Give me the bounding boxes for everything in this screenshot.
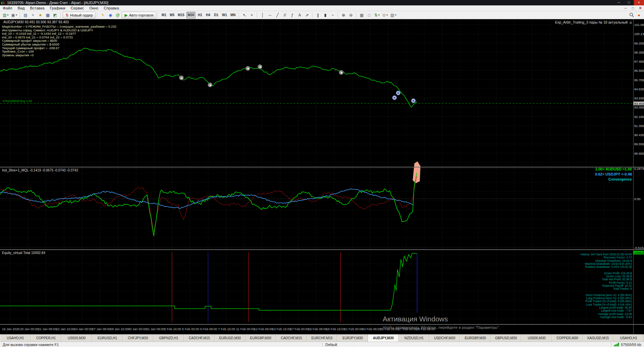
new-chart-button[interactable]: ▥▾ — [2, 12, 9, 19]
arrow-objects-button[interactable]: ⇗ — [304, 12, 311, 19]
chart-close-button[interactable]: × — [637, 6, 644, 10]
chart-tab-eurusd-m30[interactable]: EURUSD,M30 — [215, 335, 245, 342]
menu-сервис[interactable]: Сервис — [68, 6, 87, 10]
equidistant-channel-button[interactable]: // — [282, 12, 288, 19]
chart-profiles-icon: ▣ — [11, 13, 15, 17]
menu-вставка[interactable]: Вставка — [27, 6, 47, 10]
time-axis[interactable]: 16 Jan 202520 Jan 00:0021 Jan 08:0022 Ja… — [0, 325, 633, 334]
status-profile[interactable]: Default — [322, 343, 359, 347]
metaeditor-button[interactable]: ✎ — [99, 12, 106, 19]
arrange-icons-button[interactable]: □ — [366, 12, 373, 19]
autotrading-button[interactable]: ▶Авто-торговля — [122, 12, 156, 19]
chart-minimize-button[interactable]: ─ — [622, 6, 629, 10]
chart-tab-usaho-h1[interactable]: USAHO,H1 — [0, 335, 31, 342]
chart-tab-xagusd-m15[interactable]: XAGUSD,M15 — [583, 335, 613, 342]
menu-файл[interactable]: Файл — [0, 6, 15, 10]
crosshair-button[interactable]: + — [248, 12, 255, 19]
chart-tab-copper-h1[interactable]: COPPER,H1 — [31, 335, 61, 342]
tile-windows-button[interactable]: ▦ — [358, 12, 365, 19]
timeframe-d1-button[interactable]: D1 — [212, 12, 220, 19]
market-watch-button[interactable]: ▤ — [22, 12, 29, 19]
chart-tab-usaho-h1[interactable]: USAHO,H1 — [613, 335, 644, 342]
line-chart-mode-button[interactable]: ~ — [329, 12, 336, 19]
price-scale-label: 92.180 — [634, 115, 644, 118]
time-label: 22 Jan 16:00 — [56, 327, 75, 331]
menu-графики[interactable]: Графики — [47, 6, 68, 10]
pane-divider[interactable] — [0, 249, 644, 250]
navigator-button[interactable]: ★ — [37, 12, 44, 19]
templates-button[interactable]: ▨▾ — [389, 12, 397, 19]
fibonacci-retracement-button[interactable]: ƒ — [289, 12, 296, 19]
pane-divider[interactable] — [0, 167, 644, 167]
search-button[interactable] — [628, 12, 635, 19]
timeframe-h4-button[interactable]: H4 — [204, 12, 212, 19]
indicators-list-button[interactable]: ⇅▾ — [373, 12, 381, 19]
chart-tab-audjpy-m30[interactable]: AUDJPY,M30 — [368, 335, 399, 342]
data-window-button[interactable]: + — [30, 12, 36, 19]
chart-tab-us500-m30[interactable]: US500,M30 — [521, 335, 552, 342]
timeframe-mn-button[interactable]: MN — [229, 12, 237, 19]
chart-tab-gbpnzd-h1[interactable]: GBPNZD,H1 — [153, 335, 184, 342]
watermark-title: Активация Windows — [383, 315, 500, 323]
cursor-icon: ↖ — [243, 13, 246, 17]
connection-traffic: 57500/55 kb — [621, 343, 641, 347]
chart-canvas[interactable]: ◀◀◀◀◀××× — [0, 19, 644, 334]
chart-tab-usdchf-m30[interactable]: USDCHF,M30 — [429, 335, 460, 342]
templates-dropdown-icon: ▾ — [395, 13, 396, 17]
menu-вид[interactable]: Вид — [15, 6, 27, 10]
mql5-community-button[interactable]: ◉ — [107, 12, 114, 19]
chart-tab-eurusd-h1[interactable]: EURUSD,H1 — [92, 335, 123, 342]
chart-tab-eurchf-m15[interactable]: EURCHF,M15 — [307, 335, 338, 342]
terminal-icon: ▦ — [46, 13, 50, 17]
bar-chart-mode-button[interactable]: ∥ — [315, 12, 321, 19]
periods-list-button[interactable]: ⊙▾ — [381, 12, 389, 19]
time-label: 12 Feb 08:00 — [254, 327, 273, 331]
mql5-alert-button[interactable]: ● — [636, 12, 642, 19]
time-label: 6 Feb 08:00 — [200, 327, 217, 331]
chart-tab-eurgbp-m30[interactable]: EURGBP,M30 — [460, 335, 491, 342]
chart-tab-eurgbp-m30[interactable]: EURGBP,M30 — [245, 335, 276, 342]
minimize-button[interactable]: ─ — [614, 0, 624, 5]
strategy-tester-button[interactable]: ◩ — [52, 12, 59, 19]
timeframe-m5-button[interactable]: M5 — [168, 12, 176, 19]
time-label: 20 Jan 00:00 — [20, 327, 38, 331]
chart-tab-eurjpy-m30[interactable]: EURJPY,M30 — [337, 335, 368, 342]
chart-window[interactable]: ◀◀◀◀◀××× AUDJPY,M30 93.491 93.506 93.387… — [0, 19, 644, 334]
text-label-button[interactable]: A — [296, 12, 303, 19]
terminal-button[interactable]: ▦ — [45, 12, 51, 19]
timeframe-m1-label: M1 — [162, 13, 166, 17]
chart-profiles-button[interactable]: ▣▾ — [10, 12, 18, 19]
new-order-button[interactable]: ⇅Новый ордер — [63, 12, 96, 19]
strategy-tester-icon: ◩ — [53, 13, 57, 17]
horizontal-line-button[interactable]: ─ — [267, 12, 273, 19]
zoom-in-button[interactable]: ⊕ — [340, 12, 347, 19]
menu-окно[interactable]: Окно — [87, 6, 101, 10]
timeframe-w1-button[interactable]: W1 — [221, 12, 228, 19]
candlestick-mode-button[interactable]: ▮ — [322, 12, 329, 19]
price-scale[interactable]: 93.403 0.2974 0.00 -0.5153 10092 101.001… — [634, 19, 644, 334]
vertical-line-button[interactable]: │ — [259, 12, 266, 19]
expert-advisors-button[interactable]: @ — [114, 12, 121, 19]
time-label: 21 Feb 00:00 — [344, 327, 363, 331]
timeframe-m1-button[interactable]: M1 — [160, 12, 168, 19]
chart-restore-button[interactable]: □ — [629, 6, 637, 10]
cursor-button[interactable]: ↖ — [241, 12, 248, 19]
close-button[interactable]: × — [634, 0, 644, 5]
trendline-button[interactable]: ╱ — [274, 12, 281, 19]
chart-tab-gbpusd-m30[interactable]: GBPUSD,M30 — [491, 335, 521, 342]
chart-tab-cadchf-m15[interactable]: CADCHF,M15 — [276, 335, 307, 342]
timeframe-m30-button[interactable]: M30 — [186, 12, 196, 19]
status-bar: Для вызова справки нажмите F1 Default 57… — [0, 342, 644, 347]
timeframe-h1-button[interactable]: H1 — [196, 12, 204, 19]
svg-text:×: × — [397, 91, 400, 95]
chart-tab-cadchf-m15[interactable]: CADCHF,M15 — [184, 335, 215, 342]
timeframe-m15-button[interactable]: M15 — [176, 12, 185, 19]
zoom-out-button[interactable]: ⊖ — [348, 12, 354, 19]
maximize-button[interactable]: □ — [624, 0, 634, 5]
chart-tab-copper-m30[interactable]: COPPER,M30 — [552, 335, 583, 342]
chart-tab-chfjpy-m30[interactable]: CHFJPY,M30 — [123, 335, 153, 342]
time-label: 13 Feb 16:00 — [272, 327, 291, 331]
chart-tab-nzdusd-h1[interactable]: NZDUSD,H1 — [399, 335, 429, 342]
menu-справка[interactable]: Справка — [101, 6, 122, 10]
chart-tab-us500-m30[interactable]: US500,M30 — [61, 335, 92, 342]
